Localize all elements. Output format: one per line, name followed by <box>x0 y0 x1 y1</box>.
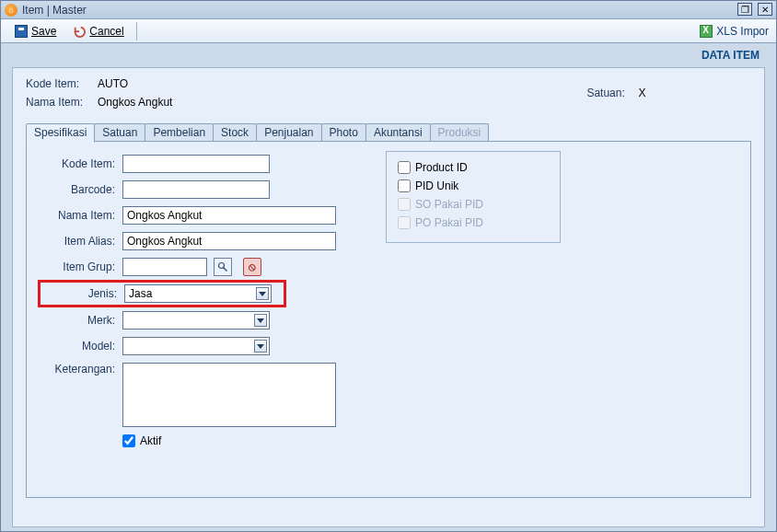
tab-produksi: Produksi <box>430 123 490 143</box>
header-fields: Kode Item: AUTO Nama Item: Ongkos Angkut… <box>26 77 751 109</box>
tab-stock[interactable]: Stock <box>213 123 257 143</box>
save-icon <box>15 25 28 38</box>
checkbox-product-id[interactable]: Product ID <box>398 161 549 174</box>
cancel-button[interactable]: Cancel <box>64 22 132 40</box>
clear-icon: ⦸ <box>249 260 256 273</box>
checkbox-pid-unik[interactable]: PID Unik <box>398 179 549 192</box>
lookup-item-grup-button[interactable] <box>214 258 232 276</box>
undo-icon <box>73 25 86 38</box>
tab-satuan[interactable]: Satuan <box>94 123 145 143</box>
tab-akuntansi[interactable]: Akuntansi <box>365 123 431 143</box>
lbl-model: Model: <box>41 340 115 353</box>
lbl-nama-item: Nama Item: <box>41 209 115 222</box>
svg-line-1 <box>224 268 227 272</box>
toolbar: Save Cancel XLS Impor <box>1 19 776 43</box>
window-title: Item | Master <box>22 4 87 17</box>
pid-groupbox: Product ID PID Unik SO Pakai PID PO Paka… <box>386 151 561 243</box>
xls-icon <box>700 25 713 38</box>
app-icon: ⌂ <box>5 4 17 17</box>
hdr-satuan-value: X <box>638 87 645 99</box>
checkbox-po-pakai-pid: PO Pakai PID <box>398 216 549 229</box>
toolbar-separator <box>136 22 137 40</box>
chevron-down-icon <box>256 287 269 300</box>
restore-window-icon[interactable]: ❐ <box>737 3 752 16</box>
tabstrip: Spesifikasi Satuan Pembelian Stock Penju… <box>26 121 751 142</box>
checkbox-so-pakai-pid: SO Pakai PID <box>398 198 549 211</box>
checkbox-aktif[interactable]: Aktif <box>122 434 161 447</box>
clear-item-grup-button[interactable]: ⦸ <box>243 258 261 276</box>
svg-point-0 <box>219 263 225 269</box>
input-kode-item[interactable] <box>122 155 270 173</box>
lbl-merk: Merk: <box>41 314 115 327</box>
save-button[interactable]: Save <box>6 22 64 40</box>
tab-penjualan[interactable]: Penjualan <box>256 123 321 143</box>
section-label: DATA ITEM <box>1 43 776 62</box>
textarea-keterangan[interactable] <box>122 363 336 427</box>
hdr-kode-item-value: AUTO <box>98 77 128 90</box>
input-nama-item[interactable] <box>122 206 336 225</box>
xls-import-button[interactable]: XLS Impor <box>700 25 769 38</box>
tabpanel-spesifikasi: Kode Item: Barcode: Nama Item: Item Alia… <box>26 141 751 498</box>
tab-pembelian[interactable]: Pembelian <box>145 123 214 143</box>
combo-model[interactable] <box>122 337 270 355</box>
lbl-barcode: Barcode: <box>41 183 115 196</box>
lbl-jenis: Jenis: <box>43 287 117 300</box>
search-icon <box>217 261 228 272</box>
titlebar: ⌂ Item | Master ❐ ✕ <box>1 1 776 19</box>
window-item-master: ⌂ Item | Master ❐ ✕ Save Cancel XLS Impo… <box>0 0 777 532</box>
chevron-down-icon <box>254 340 267 353</box>
lbl-keterangan: Keterangan: <box>41 363 115 376</box>
input-item-grup[interactable] <box>122 258 207 276</box>
combo-jenis-value: Jasa <box>129 287 152 300</box>
checkbox-aktif-input[interactable] <box>122 434 135 447</box>
hdr-nama-item-value: Ongkos Angkut <box>98 96 172 109</box>
input-barcode[interactable] <box>122 180 270 199</box>
form-area: Kode Item: AUTO Nama Item: Ongkos Angkut… <box>12 67 765 527</box>
input-item-alias[interactable] <box>122 232 336 250</box>
tab-spesifikasi[interactable]: Spesifikasi <box>26 123 95 143</box>
close-window-icon[interactable]: ✕ <box>758 3 772 16</box>
combo-jenis[interactable]: Jasa <box>124 284 272 303</box>
lbl-kode-item: Kode Item: <box>41 157 115 170</box>
hdr-nama-item-label: Nama Item: <box>26 96 92 109</box>
hdr-kode-item-label: Kode Item: <box>26 77 92 90</box>
combo-merk[interactable] <box>122 311 270 330</box>
chevron-down-icon <box>254 314 267 327</box>
lbl-item-alias: Item Alias: <box>41 235 115 248</box>
lbl-item-grup: Item Grup: <box>41 260 115 273</box>
hdr-satuan-label: Satuan: <box>586 87 632 99</box>
tab-photo[interactable]: Photo <box>321 123 366 143</box>
